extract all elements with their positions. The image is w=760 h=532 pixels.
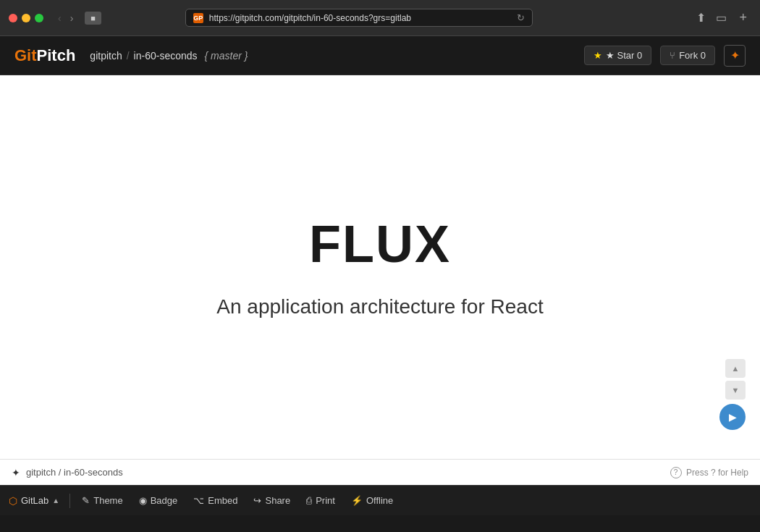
share-label: Share (265, 495, 290, 506)
embed-label: Embed (208, 495, 237, 506)
back-button[interactable]: ‹ (55, 11, 64, 25)
breadcrumb-user[interactable]: gitpitch (90, 50, 122, 62)
gitlab-caret-icon: ▲ (52, 497, 59, 504)
slide-nav-container: ▲ ▼ ▶ (719, 359, 746, 430)
logo-git: Git (14, 46, 37, 64)
gitpitch-icon-button[interactable]: ✦ (724, 45, 746, 67)
traffic-lights (9, 14, 43, 22)
site-favicon: GP (193, 13, 203, 23)
slide-area: FLUX An application architecture for Rea… (0, 75, 760, 459)
star-label: ★ Star 0 (606, 50, 642, 61)
theme-button[interactable]: ✎ Theme (75, 491, 130, 510)
slide-subtitle: An application architecture for React (216, 295, 543, 318)
offline-button[interactable]: ⚡ Offline (344, 491, 400, 510)
slide-content: FLUX An application architecture for Rea… (216, 216, 543, 318)
footer-repo-info: ✦ gitpitch / in-60-seconds (12, 467, 123, 478)
minimize-button[interactable] (22, 14, 30, 22)
fork-icon: ⑂ (670, 50, 675, 61)
share-browser-button[interactable]: ⬆ (694, 9, 708, 27)
embed-icon: ⌥ (193, 495, 204, 506)
gitlab-label: GitLab (21, 495, 48, 506)
fork-label: Fork 0 (679, 50, 706, 61)
breadcrumb-repo[interactable]: in-60-seconds (134, 50, 198, 62)
slide-title: FLUX (216, 216, 543, 273)
offline-icon: ⚡ (351, 495, 363, 506)
bottom-toolbar: ⬡ GitLab ▲ ✎ Theme ◉ Badge ⌥ Embed ↪ Sha… (0, 485, 760, 515)
repo-icon: ✦ (12, 467, 20, 478)
share-button[interactable]: ↪ Share (246, 491, 297, 510)
gitpitch-logo[interactable]: GitPitch (14, 46, 75, 65)
gitpitch-navbar: GitPitch gitpitch / in-60-seconds { mast… (0, 36, 760, 75)
print-label: Print (316, 495, 335, 506)
print-button[interactable]: ⎙ Print (299, 491, 342, 510)
star-button[interactable]: ★ ★ Star 0 (584, 46, 651, 65)
theme-label: Theme (93, 495, 122, 506)
browser-nav-arrows: ‹ › (55, 11, 76, 25)
breadcrumb: gitpitch / in-60-seconds { master } (90, 50, 248, 62)
star-icon: ★ (594, 50, 602, 61)
toolbar-divider-1 (69, 494, 70, 508)
breadcrumb-branch: { master } (205, 50, 248, 62)
slide-down-button[interactable]: ▼ (725, 381, 746, 400)
gitlab-icon: ⬡ (9, 495, 17, 507)
footer-help: ? Press ? for Help (670, 467, 748, 478)
footer-repo-text: gitpitch / in-60-seconds (26, 467, 123, 478)
browser-chrome: ‹ › ■ GP ↻ ⬆ ▭ + (0, 0, 760, 36)
gitpitch-owl-icon: ✦ (730, 48, 740, 62)
embed-button[interactable]: ⌥ Embed (186, 491, 245, 510)
slide-next-button[interactable]: ▶ (719, 404, 746, 430)
new-tab-button[interactable]: + (735, 8, 751, 28)
print-icon: ⎙ (306, 495, 312, 506)
bookmarks-button[interactable]: ▭ (714, 9, 729, 27)
slide-up-button[interactable]: ▲ (725, 359, 746, 378)
maximize-button[interactable] (35, 14, 43, 22)
window-mode-button[interactable]: ■ (85, 12, 101, 25)
offline-label: Offline (366, 495, 393, 506)
fork-button[interactable]: ⑂ Fork 0 (660, 46, 715, 65)
help-circle-icon: ? (670, 467, 682, 478)
slide-footer: ✦ gitpitch / in-60-seconds ? Press ? for… (0, 459, 760, 485)
forward-button[interactable]: › (67, 11, 77, 25)
footer-help-text: Press ? for Help (686, 467, 748, 477)
refresh-button[interactable]: ↻ (517, 12, 525, 23)
gitlab-brand[interactable]: ⬡ GitLab ▲ (9, 495, 59, 507)
theme-icon: ✎ (82, 495, 90, 506)
badge-icon: ◉ (139, 495, 147, 506)
logo-pitch: Pitch (37, 46, 76, 64)
share-icon: ↪ (253, 495, 261, 506)
badge-label: Badge (151, 495, 178, 506)
navbar-actions: ★ ★ Star 0 ⑂ Fork 0 ✦ (584, 45, 746, 67)
badge-button[interactable]: ◉ Badge (132, 491, 185, 510)
browser-actions: ⬆ ▭ + (694, 8, 751, 28)
breadcrumb-separator: / (127, 50, 130, 62)
url-input[interactable] (209, 13, 511, 23)
close-button[interactable] (9, 14, 17, 22)
address-bar[interactable]: GP ↻ (185, 9, 533, 27)
